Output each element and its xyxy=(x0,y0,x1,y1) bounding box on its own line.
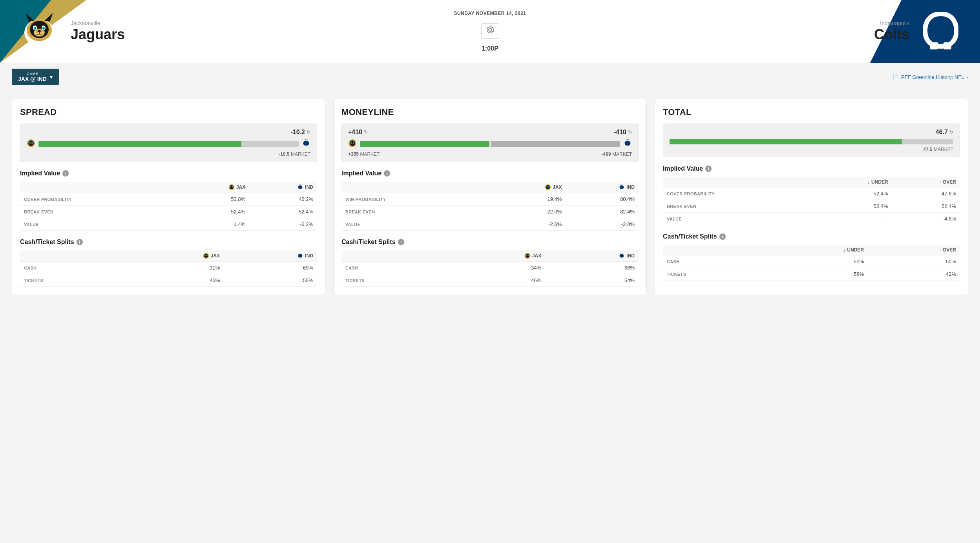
total-market: 47.5 MARKET xyxy=(670,147,953,152)
table-row: CASH31%69% xyxy=(20,262,317,274)
center-block: SUNDAY NOVEMBER 14, 2021 1:00P xyxy=(451,11,529,52)
cash-ticket-info-icon[interactable]: i xyxy=(77,239,83,245)
total-implied-title: Implied Value i xyxy=(663,165,960,172)
svg-point-59 xyxy=(526,255,527,256)
colts-name: Colts xyxy=(874,26,909,43)
svg-point-58 xyxy=(526,254,529,258)
ml-implied-info-icon[interactable]: i xyxy=(384,170,390,177)
chevron-down-icon: ▾ xyxy=(50,74,53,80)
game-label: GAME xyxy=(18,72,47,76)
game-time: 1:00P xyxy=(451,45,529,52)
table-row: VALUE-2.6%-2.0% xyxy=(341,218,639,231)
svg-point-23 xyxy=(28,140,34,146)
table-row: BREAK EVEN52.4%52.4% xyxy=(20,206,317,218)
svg-point-51 xyxy=(546,185,550,189)
th-jax: JAX xyxy=(179,182,249,193)
svg-point-15 xyxy=(33,33,34,34)
svg-point-44 xyxy=(350,140,355,146)
spread-implied-title: Implied Value i xyxy=(20,170,317,177)
ml-implied-title: Implied Value i xyxy=(341,170,639,177)
svg-rect-63 xyxy=(622,257,624,259)
spread-card: SPREAD -10.2 ↻ xyxy=(12,99,325,295)
total-refresh-icon: ↻ xyxy=(949,129,953,135)
cards-container: SPREAD -10.2 ↻ xyxy=(0,91,980,303)
moneyline-card: MONEYLINE +410 ↻ -410 ↻ xyxy=(333,99,647,295)
svg-point-46 xyxy=(353,142,354,144)
table-row: TICKETS58%42% xyxy=(663,268,960,281)
spread-market-value: -10.5 xyxy=(279,151,289,157)
ml-market-right: -469 xyxy=(602,151,611,157)
chevron-right-icon: › xyxy=(967,74,968,80)
ml-cash-ticket-title: Cash/Ticket Splits i xyxy=(341,239,639,246)
svg-point-39 xyxy=(206,255,208,256)
table-row: BREAK EVEN22.0%82.4% xyxy=(341,206,639,218)
svg-rect-48 xyxy=(625,146,627,147)
ind-table-icon xyxy=(297,184,303,190)
moneyline-title: MONEYLINE xyxy=(341,107,639,117)
spread-market: -10.5 MARKET xyxy=(27,151,310,157)
implied-info-icon[interactable]: i xyxy=(62,170,69,177)
svg-point-30 xyxy=(230,185,234,189)
svg-rect-49 xyxy=(628,146,630,147)
colts-city: Indianapolis xyxy=(874,20,909,26)
table-row: CASH50%50% xyxy=(663,255,960,268)
svg-point-9 xyxy=(38,30,41,32)
ml-pff-left: +410 xyxy=(348,129,362,136)
svg-point-53 xyxy=(548,186,549,188)
game-selector-button[interactable]: GAME JAX @ IND ▾ xyxy=(12,69,59,85)
colts-logo xyxy=(917,8,964,55)
jaguars-name-block: Jacksonville Jaguars xyxy=(71,20,125,43)
ml-cash-info-icon[interactable]: i xyxy=(398,239,404,245)
ind-mini-logo xyxy=(302,139,310,148)
total-pff-value: 46.7 xyxy=(936,129,948,136)
jaguars-city: Jacksonville xyxy=(71,20,125,26)
svg-rect-55 xyxy=(620,189,622,190)
jaguars-name: Jaguars xyxy=(71,26,125,43)
svg-rect-56 xyxy=(622,189,624,190)
svg-point-37 xyxy=(204,254,208,258)
total-cash-ticket-table: ↓ UNDER ↑ OVER CASH50%50%TICKETS58%42% xyxy=(663,245,960,281)
svg-point-45 xyxy=(350,142,352,144)
svg-point-60 xyxy=(528,255,529,256)
table-row: VALUE—-4.8% xyxy=(663,213,960,225)
svg-marker-14 xyxy=(44,13,53,22)
jax-ml-icon xyxy=(348,139,357,148)
svg-rect-35 xyxy=(301,189,302,190)
table-row: COVER PROBABILITY52.4%47.6% xyxy=(663,188,960,200)
table-row: VALUE1.4%-6.2% xyxy=(20,218,317,231)
total-market-label: MARKET xyxy=(934,147,953,152)
header: Jacksonville Jaguars SUNDAY NOVEMBER 14,… xyxy=(0,0,980,63)
ml-implied-table: JAX IND xyxy=(341,182,639,231)
svg-rect-28 xyxy=(307,146,308,147)
moneyline-gauge: +410 ↻ -410 ↻ xyxy=(341,124,639,162)
ml-cash-ticket-table: JAX IND xyxy=(341,250,639,287)
th-jax2: JAX xyxy=(126,250,224,262)
game-value: JAX @ IND xyxy=(18,76,47,82)
total-market-value: 47.5 xyxy=(923,147,932,152)
colts-name-block: Indianapolis Colts xyxy=(874,20,909,43)
spread-pff-value: -10.2 xyxy=(291,129,305,136)
document-icon: 📄 xyxy=(892,74,899,80)
total-cash-info-icon[interactable]: i xyxy=(719,233,726,240)
svg-point-32 xyxy=(232,186,233,188)
table-row: WIN PROBABILITY19.4%80.4% xyxy=(341,193,639,206)
svg-point-31 xyxy=(230,186,231,188)
total-card: TOTAL 46.7 ↻ 47.5 MARKET Implied Value i xyxy=(655,99,968,295)
th-ind: IND xyxy=(249,182,317,193)
svg-point-38 xyxy=(204,255,206,256)
th-ind2: IND xyxy=(224,250,317,262)
up-arrow-icon: ↑ xyxy=(939,180,941,184)
game-date: SUNDAY NOVEMBER 14, 2021 xyxy=(451,11,529,16)
svg-point-25 xyxy=(31,142,33,144)
jax-table-icon xyxy=(228,184,235,190)
svg-point-5 xyxy=(34,27,36,30)
svg-point-19 xyxy=(489,28,492,31)
svg-point-16 xyxy=(44,33,46,34)
svg-point-17 xyxy=(31,31,32,32)
svg-point-52 xyxy=(546,186,547,188)
total-implied-table: ↓ UNDER ↑ OVER COVER PROBABILITY52.4%47.… xyxy=(663,177,960,225)
ml-refresh-right: ↻ xyxy=(628,129,632,135)
total-implied-info-icon[interactable]: i xyxy=(705,166,712,172)
pff-link[interactable]: 📄 PFF Greenline History: NFL › xyxy=(892,74,968,80)
spread-gauge: -10.2 ↻ xyxy=(20,124,317,162)
